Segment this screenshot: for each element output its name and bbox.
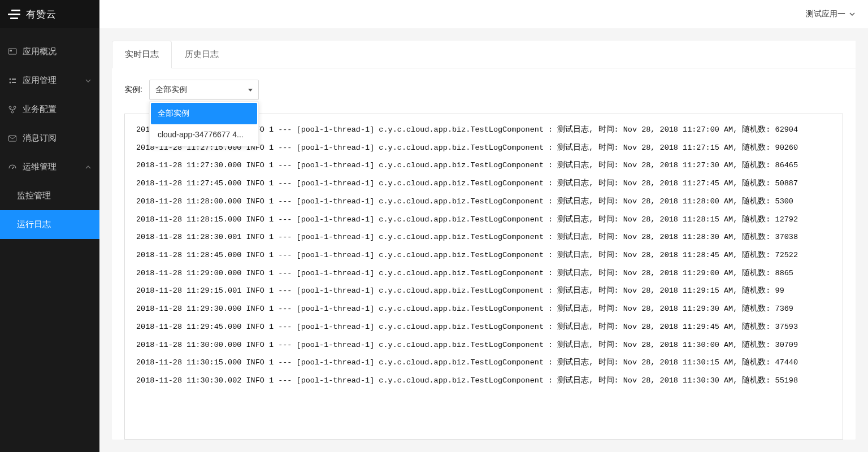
nav-item-message[interactable]: 消息订阅 <box>0 124 99 153</box>
instance-select[interactable]: 全部实例 全部实例cloud-app-34776677 4... <box>149 80 259 100</box>
topbar: 测试应用一 <box>99 0 868 28</box>
instance-filter-label: 实例: <box>124 85 142 95</box>
tab[interactable]: 历史日志 <box>172 41 232 68</box>
nav-item-label: 消息订阅 <box>23 133 57 144</box>
nav-item-label: 应用管理 <box>23 75 57 86</box>
app-selector[interactable]: 测试应用一 <box>806 9 856 19</box>
svg-point-10 <box>12 168 13 169</box>
tab[interactable]: 实时日志 <box>112 41 172 68</box>
svg-point-6 <box>9 106 11 108</box>
svg-point-4 <box>10 81 11 83</box>
config-icon <box>8 105 17 114</box>
nav-item-config[interactable]: 业务配置 <box>0 95 99 124</box>
svg-rect-3 <box>12 79 16 80</box>
instance-dropdown: 全部实例cloud-app-34776677 4... <box>149 101 259 146</box>
instance-select-box[interactable]: 全部实例 <box>149 80 259 100</box>
nav-item-overview[interactable]: 应用概况 <box>0 37 99 66</box>
chevron-down-icon <box>85 77 92 84</box>
instance-select-value: 全部实例 <box>155 85 187 95</box>
card: 实时日志历史日志 实例: 全部实例 全部实例cloud-app-34776677… <box>112 41 856 440</box>
nav-item-label: 业务配置 <box>23 104 57 115</box>
svg-rect-1 <box>10 50 12 51</box>
tab-body: 实例: 全部实例 全部实例cloud-app-34776677 4... 201… <box>112 68 856 440</box>
chevron-up-icon <box>85 164 92 171</box>
brand-logo-icon <box>8 8 21 20</box>
manage-icon <box>8 76 17 85</box>
svg-point-7 <box>14 106 16 108</box>
ops-icon <box>8 163 17 172</box>
nav-item-label: 应用概况 <box>23 46 57 57</box>
overview-icon <box>8 47 17 56</box>
nav-item-label: 运维管理 <box>23 162 57 172</box>
log-output[interactable]: 2018-11-28 11:27:00.000 INFO 1 --- [pool… <box>124 114 843 440</box>
nav-item-ops[interactable]: 运维管理 <box>0 153 99 181</box>
filter-row: 实例: 全部实例 全部实例cloud-app-34776677 4... <box>124 80 843 100</box>
sidebar: 有赞云 应用概况应用管理业务配置消息订阅运维管理监控管理运行日志 <box>0 0 99 452</box>
svg-point-8 <box>11 111 14 113</box>
brand-text: 有赞云 <box>26 8 57 21</box>
main: 测试应用一 实时日志历史日志 实例: 全部实例 全部实例cloud-ap <box>99 0 868 452</box>
caret-down-icon <box>248 89 253 92</box>
content: 实时日志历史日志 实例: 全部实例 全部实例cloud-app-34776677… <box>99 28 868 452</box>
subnav-item[interactable]: 监控管理 <box>0 181 99 210</box>
svg-point-2 <box>10 78 11 80</box>
svg-rect-9 <box>9 136 16 141</box>
app-selector-label: 测试应用一 <box>806 9 845 19</box>
nav: 应用概况应用管理业务配置消息订阅运维管理监控管理运行日志 <box>0 28 99 239</box>
svg-rect-5 <box>12 82 16 83</box>
brand[interactable]: 有赞云 <box>0 0 99 28</box>
tabs: 实时日志历史日志 <box>112 41 856 68</box>
nav-item-manage[interactable]: 应用管理 <box>0 66 99 95</box>
dropdown-item[interactable]: cloud-app-34776677 4... <box>151 124 257 145</box>
chevron-down-icon <box>849 11 856 18</box>
message-icon <box>8 134 17 143</box>
subnav-item[interactable]: 运行日志 <box>0 210 99 239</box>
dropdown-item[interactable]: 全部实例 <box>151 103 257 124</box>
